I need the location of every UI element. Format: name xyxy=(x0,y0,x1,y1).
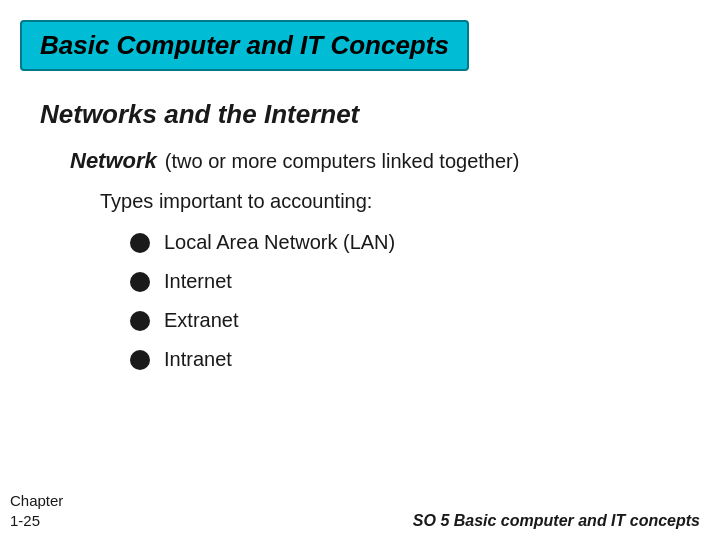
bullet-item-3: Intranet xyxy=(130,348,700,371)
bullet-dot-1 xyxy=(130,272,150,292)
bullet-text-2: Extranet xyxy=(164,309,238,332)
bullet-list: Local Area Network (LAN)InternetExtranet… xyxy=(130,231,700,371)
bullet-item-0: Local Area Network (LAN) xyxy=(130,231,700,254)
network-definition: Network (two or more computers linked to… xyxy=(70,148,700,174)
footer: Chapter 1-25 SO 5 Basic computer and IT … xyxy=(10,491,700,530)
bullet-text-3: Intranet xyxy=(164,348,232,371)
slide-container: Basic Computer and IT Concepts Networks … xyxy=(0,0,720,540)
bullet-dot-0 xyxy=(130,233,150,253)
title-bar: Basic Computer and IT Concepts xyxy=(20,20,469,71)
footer-left: Chapter 1-25 xyxy=(10,491,63,530)
network-term: Network xyxy=(70,148,157,174)
slide-title: Basic Computer and IT Concepts xyxy=(40,30,449,61)
chapter-label: Chapter xyxy=(10,492,63,509)
bullet-text-0: Local Area Network (LAN) xyxy=(164,231,395,254)
chapter-number: 1-25 xyxy=(10,512,40,529)
bullet-item-1: Internet xyxy=(130,270,700,293)
section-heading: Networks and the Internet xyxy=(40,99,700,130)
types-label: Types important to accounting: xyxy=(100,190,700,213)
network-description: (two or more computers linked together) xyxy=(165,150,520,173)
bullet-dot-3 xyxy=(130,350,150,370)
bullet-dot-2 xyxy=(130,311,150,331)
footer-so-label: SO 5 Basic computer and IT concepts xyxy=(413,512,700,530)
bullet-text-1: Internet xyxy=(164,270,232,293)
bullet-item-2: Extranet xyxy=(130,309,700,332)
